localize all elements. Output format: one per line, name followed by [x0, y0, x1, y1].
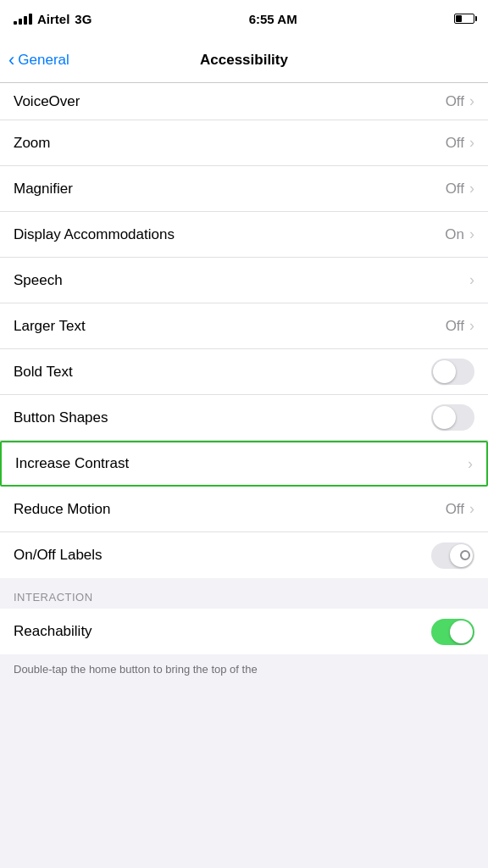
signal-icon [14, 14, 32, 25]
increase-contrast-right: › [468, 455, 473, 473]
reduce-motion-right: Off › [446, 500, 474, 518]
back-chevron-icon: ‹ [8, 51, 14, 70]
bold-text-toggle-knob [433, 360, 456, 383]
battery-icon [454, 14, 474, 24]
speech-label: Speech [14, 272, 63, 289]
larger-text-chevron-icon: › [469, 317, 474, 335]
reachability-toggle[interactable] [431, 619, 474, 645]
larger-text-right: Off › [446, 317, 474, 335]
button-shapes-toggle[interactable] [431, 404, 474, 431]
magnifier-right: Off › [446, 180, 474, 198]
display-accommodations-chevron-icon: › [469, 225, 474, 243]
larger-text-value: Off [446, 318, 464, 335]
speech-row[interactable]: Speech › [0, 258, 488, 303]
nav-bar: ‹ General Accessibility [0, 37, 488, 83]
interaction-section-header: INTERACTION [0, 578, 488, 609]
zoom-row[interactable]: Zoom Off › [0, 120, 488, 166]
display-accommodations-row[interactable]: Display Accommodations On › [0, 212, 488, 258]
reduce-motion-chevron-icon: › [469, 500, 474, 518]
reachability-right [431, 619, 474, 645]
on-off-labels-row[interactable]: On/Off Labels [0, 532, 488, 578]
reduce-motion-label: Reduce Motion [14, 501, 110, 518]
settings-group-vision: Zoom Off › Magnifier Off › Display Accom… [0, 120, 488, 578]
reduce-motion-value: Off [446, 501, 464, 518]
button-shapes-row[interactable]: Button Shapes [0, 395, 488, 441]
status-time: 6:55 AM [249, 12, 297, 26]
bold-text-right [431, 359, 474, 385]
voiceover-label: VoiceOver [14, 93, 80, 110]
larger-text-label: Larger Text [14, 318, 86, 335]
settings-group-interaction: Reachability [0, 609, 488, 654]
on-off-labels-toggle[interactable] [431, 542, 474, 569]
status-left: Airtel 3G [14, 12, 92, 26]
zoom-chevron-icon: › [469, 134, 474, 152]
increase-contrast-chevron-icon: › [468, 455, 473, 473]
larger-text-row[interactable]: Larger Text Off › [0, 303, 488, 349]
reduce-motion-row[interactable]: Reduce Motion Off › [0, 487, 488, 532]
carrier-label: Airtel [37, 12, 69, 26]
page-title: Accessibility [200, 52, 288, 69]
back-button[interactable]: ‹ General [8, 51, 69, 70]
reachability-row[interactable]: Reachability [0, 609, 488, 654]
voiceover-chevron-icon: › [469, 92, 474, 110]
voiceover-row[interactable]: VoiceOver Off › [0, 83, 488, 120]
display-accommodations-value: On [445, 226, 464, 243]
on-off-labels-indicator [460, 550, 470, 560]
magnifier-chevron-icon: › [469, 180, 474, 198]
description-text: Double-tap the home button to bring the … [14, 663, 258, 676]
zoom-value: Off [446, 135, 464, 152]
on-off-labels-label: On/Off Labels [14, 547, 103, 564]
button-shapes-right [431, 404, 474, 431]
reachability-toggle-knob [450, 620, 473, 643]
button-shapes-label: Button Shapes [14, 409, 108, 426]
status-right [454, 14, 474, 24]
reachability-label: Reachability [14, 623, 92, 640]
display-accommodations-label: Display Accommodations [14, 226, 175, 243]
increase-contrast-label: Increase Contrast [15, 455, 129, 472]
on-off-labels-right [431, 542, 474, 569]
voiceover-right: Off › [446, 92, 474, 110]
zoom-right: Off › [446, 134, 474, 152]
status-bar: Airtel 3G 6:55 AM [0, 0, 488, 37]
increase-contrast-row[interactable]: Increase Contrast › [0, 441, 488, 487]
interaction-section-label: INTERACTION [14, 591, 93, 604]
button-shapes-toggle-knob [433, 406, 456, 429]
magnifier-label: Magnifier [14, 181, 73, 198]
network-label: 3G [75, 12, 92, 26]
description-area: Double-tap the home button to bring the … [0, 654, 488, 692]
speech-right: › [469, 271, 474, 289]
back-label: General [18, 52, 69, 69]
bold-text-toggle[interactable] [431, 359, 474, 385]
bold-text-row[interactable]: Bold Text [0, 349, 488, 395]
speech-chevron-icon: › [469, 271, 474, 289]
bold-text-label: Bold Text [14, 364, 73, 381]
voiceover-value: Off [446, 93, 464, 110]
magnifier-value: Off [446, 181, 464, 198]
zoom-label: Zoom [14, 135, 50, 152]
display-accommodations-right: On › [445, 225, 474, 243]
magnifier-row[interactable]: Magnifier Off › [0, 166, 488, 212]
